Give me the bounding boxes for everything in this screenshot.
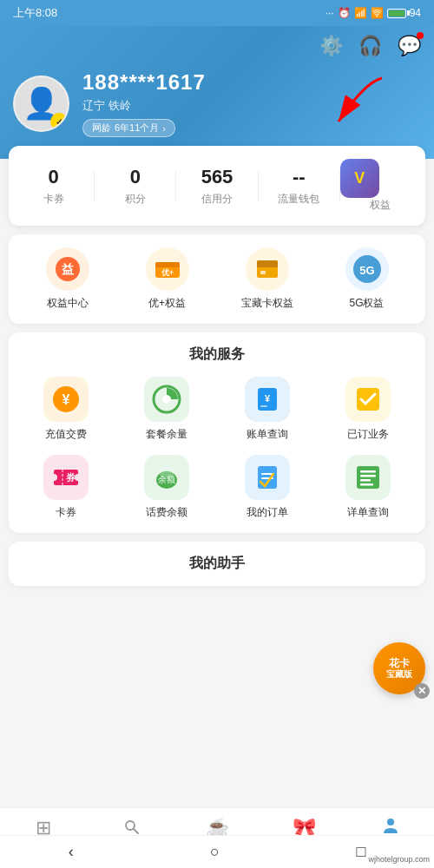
system-nav-bar: ‹ ○ □ wjhotelgroup.com: [0, 835, 434, 868]
stat-data-wallet-label: 流量钱包: [259, 192, 339, 207]
assistant-section: 我的助手: [9, 542, 425, 586]
floating-close-icon[interactable]: ✕: [414, 683, 430, 699]
benefit-plus-rights-label: 优+权益: [148, 296, 186, 311]
stat-vip-label: 权益: [340, 198, 421, 213]
benefit-rights-center[interactable]: 益 权益中心: [22, 247, 113, 311]
stat-points-label: 积分: [95, 192, 175, 207]
net-age-badge[interactable]: 网龄 6年11个月 ›: [82, 119, 175, 137]
service-detail-query-label: 详单查询: [347, 505, 389, 520]
benefit-plus-rights[interactable]: 优+ 优+权益: [122, 247, 213, 311]
service-subscribed[interactable]: 已订业务: [325, 377, 412, 442]
svg-line-34: [134, 829, 138, 833]
service-recharge[interactable]: ¥ 充值交费: [22, 377, 109, 442]
benefit-treasure-card[interactable]: 宝藏卡权益: [221, 247, 312, 311]
benefit-rights-center-icon: 益: [46, 247, 89, 291]
status-icons: ··· ⏰ 📶 🛜 94: [326, 7, 421, 19]
wifi-icon: 🛜: [371, 7, 384, 19]
service-coupons-icon: 券: [43, 455, 89, 500]
alarm-icon: ⏰: [338, 7, 351, 19]
service-data-balance-icon: [144, 377, 189, 422]
vip-badge-icon: V: [340, 159, 379, 198]
stat-credit-value: 565: [176, 166, 257, 188]
recents-button[interactable]: □: [356, 843, 365, 861]
svg-rect-8: [260, 271, 266, 274]
benefit-plus-rights-icon: 优+: [146, 247, 189, 291]
benefits-section: 益 权益中心 优+ 优+权益 宝藏: [9, 234, 425, 324]
service-data-balance[interactable]: 套餐余量: [122, 377, 210, 442]
battery-level: 94: [410, 7, 421, 19]
service-detail-query[interactable]: 详单查询: [325, 455, 412, 520]
service-my-orders[interactable]: 我的订单: [224, 455, 312, 520]
watermark: wjhotelgroup.com: [368, 855, 430, 864]
svg-rect-4: [155, 262, 180, 267]
chat-icon[interactable]: 💬: [398, 35, 421, 57]
profile-info: 188****1617 辽宁 铁岭 网龄 6年11个月 ›: [82, 70, 206, 137]
svg-rect-32: [360, 483, 373, 486]
service-detail-query-icon: [345, 455, 391, 500]
service-my-orders-icon: [245, 455, 290, 500]
profile-section: 👤 ✓ 188****1617 辽宁 铁岭 网龄 6年11个月 ›: [13, 70, 421, 137]
svg-rect-17: [260, 405, 267, 407]
service-coupons[interactable]: 券 卡券: [22, 455, 109, 520]
signal-icon: ···: [326, 7, 334, 19]
svg-rect-29: [360, 470, 376, 473]
service-call-balance-icon: 余额: [144, 455, 189, 500]
service-recharge-icon: ¥: [43, 377, 89, 422]
status-bar: 上午8:08 ··· ⏰ 📶 🛜 94: [0, 0, 434, 26]
svg-text:余额: 余额: [158, 475, 175, 484]
stat-points-value: 0: [95, 166, 175, 188]
benefit-5g-rights-label: 5G权益: [349, 296, 384, 311]
svg-text:券: 券: [64, 472, 76, 483]
home-button[interactable]: ○: [210, 843, 220, 861]
battery-icon: [387, 9, 406, 18]
back-button[interactable]: ‹: [69, 843, 74, 861]
profile-location: 辽宁 铁岭: [82, 98, 206, 114]
service-call-balance[interactable]: 余额 话费余额: [122, 455, 210, 520]
benefit-5g-rights[interactable]: 5G 5G权益: [321, 247, 412, 311]
stats-card: 0 卡券 0 积分 565 信用分 -- 流量钱包 V 权益: [9, 146, 425, 226]
stat-credit[interactable]: 565 信用分: [176, 166, 257, 207]
stat-coupons-label: 卡券: [13, 192, 94, 207]
stat-credit-label: 信用分: [176, 192, 257, 207]
svg-text:5G: 5G: [359, 264, 374, 277]
stat-coupons-value: 0: [13, 166, 94, 188]
floating-action-button[interactable]: 花卡 宝藏版 ✕: [373, 642, 425, 694]
services-section: 我的服务 ¥ 充值交费 套餐余量: [9, 332, 425, 533]
service-subscribed-icon: [345, 377, 391, 422]
service-recharge-label: 充值交费: [45, 427, 87, 442]
svg-text:益: 益: [62, 262, 74, 276]
status-time: 上午8:08: [13, 5, 57, 21]
benefit-treasure-card-label: 宝藏卡权益: [241, 296, 293, 311]
service-coupons-label: 卡券: [56, 505, 76, 520]
benefit-treasure-card-icon: [246, 247, 289, 291]
service-bill-query-label: 账单查询: [247, 427, 288, 442]
svg-text:优+: 优+: [160, 268, 173, 277]
service-subscribed-label: 已订业务: [347, 427, 389, 442]
signal-bars-icon: 📶: [354, 7, 367, 19]
service-data-balance-label: 套餐余量: [146, 427, 187, 442]
floating-btn-bg: 花卡 宝藏版 ✕: [373, 642, 425, 694]
service-call-balance-label: 话费余额: [146, 505, 187, 520]
net-age-duration: 6年11个月: [115, 122, 159, 135]
stat-data-wallet[interactable]: -- 流量钱包: [259, 166, 339, 207]
svg-text:¥: ¥: [265, 393, 271, 404]
net-age-label: 网龄: [92, 122, 111, 135]
service-my-orders-label: 我的订单: [247, 505, 288, 520]
svg-text:¥: ¥: [62, 392, 69, 407]
settings-icon[interactable]: ⚙️: [319, 35, 343, 57]
stat-points[interactable]: 0 积分: [95, 166, 175, 207]
headset-icon[interactable]: 🎧: [358, 35, 382, 57]
avatar-verified-badge: ✓: [50, 113, 68, 130]
stat-coupons[interactable]: 0 卡券: [13, 166, 94, 207]
benefit-rights-center-label: 权益中心: [47, 296, 89, 311]
floating-btn-top-label: 花卡: [386, 657, 412, 669]
svg-rect-30: [360, 475, 376, 477]
profile-phone: 188****1617: [82, 70, 206, 95]
svg-point-35: [387, 819, 394, 825]
svg-rect-31: [360, 479, 371, 482]
stat-vip[interactable]: V 权益: [340, 159, 421, 213]
service-bill-query[interactable]: ¥ 账单查询: [224, 377, 312, 442]
chat-badge: [417, 32, 424, 39]
avatar[interactable]: 👤 ✓: [13, 76, 69, 132]
header-action-icons: ⚙️ 🎧 💬: [13, 35, 421, 57]
